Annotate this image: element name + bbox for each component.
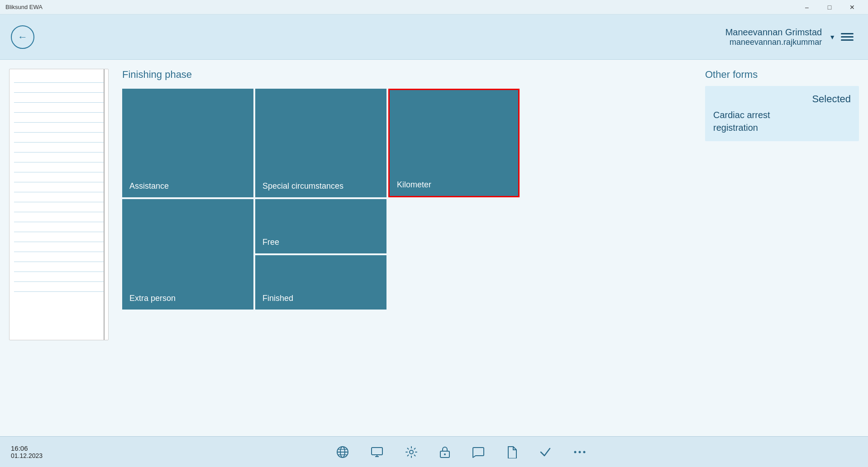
title-bar: Bliksund EWA – □ ✕ [0,0,868,14]
checkmark-icon-button[interactable] [539,446,552,458]
note-line [14,113,104,123]
assistance-tile[interactable]: Assistance [122,89,253,197]
note-line [14,162,104,172]
user-info: Maneevannan Grimstad maneevannan.rajkumm… [725,27,822,47]
footer-time-date: 16:06 01.12.2023 [11,444,65,459]
note-line [14,103,104,113]
note-line [14,83,104,93]
note-line [14,282,104,292]
free-label: Free [262,238,279,247]
free-tile[interactable]: Free [255,199,386,253]
note-line [14,232,104,242]
close-button[interactable]: ✕ [842,0,863,14]
finishing-phase-section: Finishing phase Assistance Special circu… [109,69,696,436]
special-circumstances-tile[interactable]: Special circumstances [255,89,386,197]
note-line [14,73,104,83]
menu-bar-1 [841,33,854,34]
globe-icon-button[interactable] [336,446,349,458]
note-line [14,242,104,252]
notes-panel [9,69,109,340]
monitor-icon-button[interactable] [371,446,383,458]
kilometer-tile[interactable]: Kilometer [388,89,520,197]
minimize-button[interactable]: – [796,0,817,14]
other-forms-title: Other forms [705,69,859,81]
window-controls: – □ ✕ [796,0,863,14]
svg-point-12 [579,451,581,453]
note-line [14,252,104,262]
assistance-label: Assistance [129,181,169,191]
note-line [14,152,104,162]
menu-arrow-icon: ▼ [829,33,835,41]
svg-point-11 [574,451,577,453]
extra-person-tile[interactable]: Extra person [122,199,253,310]
note-line [14,262,104,272]
note-line [14,133,104,143]
back-button[interactable]: ← [11,25,34,49]
svg-point-13 [583,451,586,453]
selected-form-name: Cardiac arrestregistration [713,109,851,134]
footer-date: 01.12.2023 [11,452,65,459]
extra-person-label: Extra person [129,294,176,303]
menu-bar-2 [841,36,854,38]
other-forms-panel: Other forms Selected Cardiac arrestregis… [696,69,868,436]
more-options-button[interactable] [573,446,586,458]
settings-icon-button[interactable] [405,446,418,458]
note-line [14,222,104,232]
selected-badge: Selected [713,93,851,105]
header-right: Maneevannan Grimstad maneevannan.rajkumm… [725,27,857,47]
svg-point-8 [410,450,413,454]
footer-icons [65,446,857,458]
tile-grid: Assistance Special circumstances Kilomet… [122,89,520,310]
user-email: maneevannan.rajkummar [725,38,822,47]
svg-rect-5 [372,448,382,455]
kilometer-label: Kilometer [397,180,431,190]
document-icon-button[interactable] [506,446,517,458]
note-line [14,143,104,152]
svg-point-10 [444,453,446,455]
note-line [14,272,104,282]
note-line [14,182,104,192]
app-title: Bliksund EWA [5,4,43,10]
maximize-button[interactable]: □ [819,0,840,14]
special-circumstances-label: Special circumstances [262,181,343,191]
panel-divider [104,69,105,340]
footer: 16:06 01.12.2023 [0,436,868,467]
footer-time: 16:06 [11,444,65,452]
note-line [14,212,104,222]
note-line [14,202,104,212]
menu-bar-3 [841,39,854,41]
user-name: Maneevannan Grimstad [725,27,822,38]
hamburger-menu-button[interactable] [837,29,857,44]
selected-card[interactable]: Selected Cardiac arrestregistration [705,86,859,141]
note-lines [10,69,108,295]
note-line [14,93,104,103]
lock-icon-button[interactable] [439,446,450,458]
finishing-phase-title: Finishing phase [122,69,682,81]
note-line [14,123,104,133]
main-content: Finishing phase Assistance Special circu… [0,60,868,436]
finished-tile[interactable]: Finished [255,255,386,310]
chat-icon-button[interactable] [472,446,485,458]
finished-label: Finished [262,294,293,303]
header: ← Maneevannan Grimstad maneevannan.rajku… [0,14,868,60]
note-line [14,172,104,182]
note-line [14,192,104,202]
